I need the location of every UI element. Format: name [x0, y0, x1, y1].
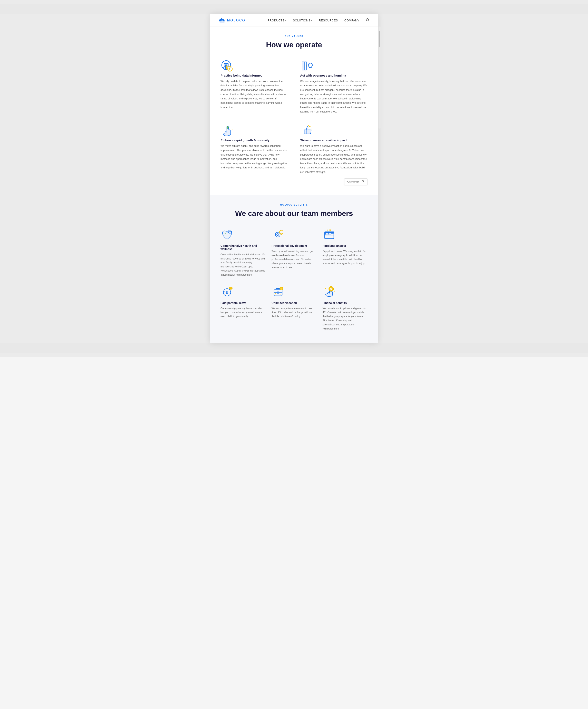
- svg-text:$: $: [226, 291, 228, 294]
- svg-text:★: ★: [325, 287, 327, 290]
- value-title-3: Embrace rapid growth & curiosity: [221, 138, 288, 142]
- food-icon: [323, 228, 336, 241]
- svg-point-20: [308, 63, 312, 67]
- value-item-1: $ Practice being data informed We rely o…: [221, 59, 288, 114]
- nav-products[interactable]: PRODUCTS ▾: [268, 19, 286, 22]
- svg-line-30: [363, 182, 364, 183]
- svg-rect-12: [223, 67, 224, 69]
- values-section: OUR VALUES How we operate $: [210, 27, 378, 195]
- benefit-item-5: ★ ★ $ Unlimited vacation We encourage te…: [272, 285, 316, 331]
- svg-text:★: ★: [275, 293, 277, 295]
- benefit-desc-2: Teach yourself something new and get rei…: [272, 250, 316, 270]
- value-desc-4: We want to have a positive impact on our…: [300, 144, 367, 174]
- benefit-title-6: Financial benefits: [323, 301, 367, 305]
- value-title-2: Act with openness and humility: [300, 74, 367, 77]
- floating-search-icon[interactable]: [362, 180, 364, 184]
- chevron-down-icon: ▾: [311, 19, 312, 22]
- benefit-item-6: $ ★ ★ Financial benefits We provide stoc…: [323, 285, 367, 331]
- benefit-item-4: $ Paid parental: [221, 285, 265, 331]
- benefits-title: We care about our team members: [221, 209, 367, 218]
- benefits-section: MOLOCO BENEFITS We care about our team m…: [210, 195, 378, 343]
- value-title-4: Strive to make a positive impact: [300, 138, 367, 142]
- value-desc-3: We move quickly, adapt, and build toward…: [221, 144, 288, 170]
- nav-resources[interactable]: RESOURCES: [319, 19, 338, 22]
- svg-point-21: [309, 65, 310, 65]
- svg-point-36: [277, 234, 279, 236]
- benefit-desc-3: Enjoy lunch on us. We bring lunch in for…: [323, 250, 367, 266]
- inner-page: MOLOCO PRODUCTS ▾ SOLUTIONS ▾ RESOURCES …: [210, 14, 378, 343]
- svg-point-37: [280, 230, 283, 234]
- value-title-1: Practice being data informed: [221, 74, 288, 77]
- svg-line-5: [368, 20, 369, 21]
- logo-text: MOLOCO: [227, 19, 246, 22]
- svg-rect-14: [226, 65, 227, 69]
- values-title: How we operate: [221, 41, 367, 49]
- value-item-4: ★ ★ ★ Strive to make a positive impact W…: [300, 124, 367, 174]
- svg-rect-19: [306, 65, 306, 67]
- svg-rect-1: [221, 20, 222, 22]
- svg-text:★: ★: [308, 125, 309, 127]
- svg-rect-3: [223, 20, 223, 22]
- value-item-2: Act with openness and humility We encour…: [300, 59, 367, 114]
- scrollbar[interactable]: [379, 27, 381, 129]
- benefit-desc-5: We encourage team members to take time o…: [272, 307, 316, 319]
- chevron-down-icon: ▾: [285, 19, 286, 22]
- benefit-title-5: Unlimited vacation: [272, 301, 316, 305]
- vacation-icon: ★ ★ $: [272, 285, 285, 298]
- svg-text:+: +: [225, 232, 226, 235]
- svg-rect-44: [329, 233, 331, 235]
- search-icon[interactable]: [366, 18, 369, 23]
- bottom-gray-area: [0, 343, 588, 353]
- svg-text:$: $: [281, 287, 282, 290]
- values-tag: OUR VALUES: [221, 35, 367, 37]
- full-page: MOLOCO PRODUCTS ▾ SOLUTIONS ▾ RESOURCES …: [0, 0, 588, 357]
- benefit-title-1: Comprehensive health and wellness: [221, 244, 265, 251]
- header: MOLOCO PRODUCTS ▾ SOLUTIONS ▾ RESOURCES …: [210, 14, 378, 27]
- benefit-desc-4: Our maternity/paternity leave plan also …: [221, 307, 265, 319]
- svg-text:✦: ✦: [232, 128, 233, 130]
- svg-text:★: ★: [280, 293, 282, 295]
- svg-point-22: [311, 65, 311, 65]
- benefit-desc-6: We provide stock options and generous 40…: [323, 307, 367, 331]
- growth-icon: ✦ ✦: [221, 124, 235, 138]
- top-gray-area: [0, 4, 588, 14]
- svg-text:$: $: [330, 287, 332, 291]
- logo-icon: [219, 18, 226, 23]
- logo[interactable]: MOLOCO: [219, 18, 246, 23]
- nav-solutions[interactable]: SOLUTIONS ▾: [293, 19, 312, 22]
- floating-nav-bar: COMPANY: [344, 178, 367, 185]
- svg-text:★: ★: [310, 128, 312, 130]
- benefit-title-4: Paid parental leave: [221, 301, 265, 305]
- svg-point-49: [229, 287, 232, 288]
- value-item-3: ✦ ✦ Embrace rapid growth & curiosity We …: [221, 124, 288, 174]
- svg-text:★: ★: [334, 290, 335, 292]
- benefits-tag: MOLOCO BENEFITS: [221, 204, 367, 206]
- benefits-grid: + Comprehensive health and wellness Comp…: [221, 228, 367, 331]
- values-grid: $ Practice being data informed We rely o…: [221, 59, 367, 174]
- development-icon: [272, 228, 285, 241]
- impact-icon: ★ ★ ★: [300, 124, 314, 138]
- benefit-title-3: Food and snacks: [323, 244, 367, 247]
- svg-rect-43: [326, 233, 328, 235]
- parental-icon: $: [221, 285, 234, 298]
- svg-text:$: $: [229, 68, 230, 70]
- svg-point-35: [275, 232, 280, 237]
- health-icon: +: [221, 228, 234, 241]
- value-desc-1: We rely on data to help us make decision…: [221, 79, 288, 110]
- openness-icon: [300, 59, 314, 74]
- value-desc-2: We encourage inclusivity, knowing that o…: [300, 79, 367, 114]
- benefit-item-2: Professional development Teach yourself …: [272, 228, 316, 277]
- benefit-item-1: + Comprehensive health and wellness Comp…: [221, 228, 265, 277]
- financial-icon: $ ★ ★: [323, 285, 336, 298]
- svg-rect-13: [225, 67, 226, 69]
- benefit-title-2: Professional development: [272, 244, 316, 247]
- benefit-desc-1: Competitive health, dental, vision and l…: [221, 253, 265, 277]
- nav-company[interactable]: COMPANY: [344, 19, 359, 22]
- svg-rect-2: [222, 21, 222, 22]
- floating-company-label: COMPANY: [347, 180, 360, 183]
- main-nav: PRODUCTS ▾ SOLUTIONS ▾ RESOURCES COMPANY: [268, 18, 369, 23]
- benefit-item-3: Food and snacks Enjoy lunch on us. We br…: [323, 228, 367, 277]
- scrollbar-thumb: [379, 31, 380, 47]
- data-icon: $: [221, 59, 235, 74]
- svg-text:✦: ✦: [230, 126, 232, 128]
